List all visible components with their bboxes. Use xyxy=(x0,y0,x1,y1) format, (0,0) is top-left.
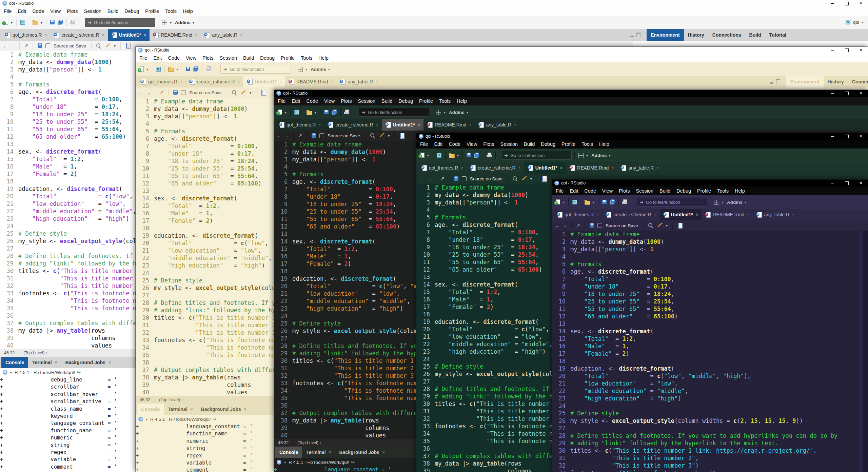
code-line-24[interactable]: 24 xyxy=(552,402,868,410)
print-button[interactable] xyxy=(70,19,76,26)
tab-close-icon[interactable]: × xyxy=(331,79,333,84)
tab-close-icon[interactable]: × xyxy=(108,360,111,365)
code-line-1[interactable]: 1# Example data frame xyxy=(552,231,868,238)
code-line-30[interactable]: 30titles <- c("This is title number 1 li… xyxy=(552,447,868,454)
menu-file[interactable]: File xyxy=(1,7,15,16)
source-on-save-checkbox[interactable] xyxy=(181,90,186,95)
new-project-button[interactable] xyxy=(293,109,300,116)
menu-tools[interactable]: Tools xyxy=(162,7,180,16)
back-icon[interactable]: ← xyxy=(138,90,144,96)
back-icon[interactable]: ← xyxy=(555,223,560,229)
code-line-28[interactable]: 28# Define titles and footnotes. If you … xyxy=(552,432,868,439)
forward-icon[interactable]: → xyxy=(284,133,290,139)
new-file-dropdown-icon[interactable]: ▾ xyxy=(562,200,566,204)
code-editor[interactable]: 1# Example data frame2my_data <- dummy_d… xyxy=(552,231,868,472)
new-file-dropdown-icon[interactable]: ▾ xyxy=(145,67,149,71)
tab-untitled1-[interactable]: Untitled1*× xyxy=(382,119,423,131)
tab-create-rstheme-r[interactable]: create_rstheme.R× xyxy=(602,209,659,220)
code-tools-icon[interactable] xyxy=(240,89,246,96)
tab-close-icon[interactable]: × xyxy=(747,212,749,217)
print-button[interactable] xyxy=(205,65,212,73)
forward-icon[interactable]: → xyxy=(10,43,16,49)
save-button[interactable] xyxy=(185,65,192,73)
minimize-button[interactable] xyxy=(825,180,840,186)
goto-file-function-box[interactable]: ➜Go to file/function xyxy=(85,18,155,27)
console-tab-console[interactable]: Console xyxy=(137,404,164,415)
maximize-button[interactable] xyxy=(840,180,854,186)
menu-session[interactable]: Session xyxy=(216,54,240,62)
code-line-23[interactable]: 23 "high education" = "high") xyxy=(552,395,868,402)
tab-close-icon[interactable]: × xyxy=(238,79,240,84)
find-replace-icon[interactable] xyxy=(647,222,654,229)
addins-dropdown-icon[interactable]: ▾ xyxy=(608,154,612,157)
project-selector[interactable]: qol▾ xyxy=(845,18,865,26)
goto-file-function-box[interactable]: ➜Go to file/function xyxy=(359,108,429,117)
addins-dropdown-icon[interactable]: ▾ xyxy=(466,111,469,114)
menu-plots[interactable]: Plots xyxy=(338,97,355,105)
menu-session[interactable]: Session xyxy=(497,140,521,149)
code-line-27[interactable]: 27 xyxy=(552,425,868,432)
new-file-button[interactable] xyxy=(138,65,144,73)
compile-report-icon[interactable] xyxy=(541,175,548,182)
tab-create-rstheme-r[interactable]: create_rstheme.R× xyxy=(324,119,381,131)
new-project-button[interactable] xyxy=(155,65,162,73)
new-project-button[interactable] xyxy=(436,152,442,159)
menu-help[interactable]: Help xyxy=(180,7,196,16)
tab-untitled1-[interactable]: Untitled1*× xyxy=(660,209,702,220)
menu-view[interactable]: View xyxy=(599,186,616,195)
menu-code[interactable]: Code xyxy=(29,7,47,16)
scope-selector[interactable]: (Top Level) ↕ xyxy=(297,440,321,445)
addins-button[interactable]: Addins xyxy=(727,200,743,205)
open-recent-dropdown-icon[interactable]: ▾ xyxy=(175,67,179,71)
code-tools-dropdown-icon[interactable]: ▾ xyxy=(249,91,252,95)
back-icon[interactable]: ← xyxy=(277,133,282,139)
minimize-button[interactable] xyxy=(825,0,840,7)
menu-code[interactable]: Code xyxy=(303,97,321,105)
goto-file-function-box[interactable]: ➜Go to file/function xyxy=(220,65,291,74)
menu-debug[interactable]: Debug xyxy=(673,186,694,195)
compile-report-icon[interactable] xyxy=(676,222,683,229)
code-tools-dropdown-icon[interactable]: ▾ xyxy=(529,177,533,181)
close-button[interactable]: ✕ xyxy=(854,0,868,7)
tab-close-icon[interactable]: × xyxy=(461,165,463,170)
popout-icon[interactable]: ↗ xyxy=(23,43,29,49)
pane-layout-button[interactable] xyxy=(577,152,584,159)
tab-create-rstheme-r[interactable]: create_rstheme.R× xyxy=(186,76,243,87)
code-line-7[interactable]: 7 "Total" = 0:100, xyxy=(552,275,868,283)
tab-untitled1-[interactable]: Untitled1*× xyxy=(243,76,285,87)
open-recent-dropdown-icon[interactable]: ▾ xyxy=(592,200,595,204)
pane-layout-button[interactable] xyxy=(297,65,303,73)
menu-plots[interactable]: Plots xyxy=(64,7,81,16)
new-file-button[interactable] xyxy=(276,109,283,116)
menu-session[interactable]: Session xyxy=(81,7,104,16)
code-line-21[interactable]: 21 "low education" = "low", xyxy=(552,380,868,387)
tab-close-icon[interactable]: × xyxy=(180,79,182,84)
minimize-button[interactable] xyxy=(825,90,840,97)
compile-report-icon[interactable] xyxy=(260,89,267,96)
menu-help[interactable]: Help xyxy=(596,140,612,149)
code-line-26[interactable]: 26my_style <- excel_output_style(column_… xyxy=(552,417,868,425)
addins-dropdown-icon[interactable]: ▾ xyxy=(744,200,747,204)
console-tab-console[interactable]: Console xyxy=(275,447,302,458)
tab-close-icon[interactable]: × xyxy=(418,122,420,127)
menu-file[interactable]: File xyxy=(275,97,289,105)
scope-selector[interactable]: (Top Level) ↕ xyxy=(23,351,47,355)
close-button[interactable]: ✕ xyxy=(854,90,868,97)
env-tab-tutorial[interactable]: Tutorial xyxy=(765,29,790,41)
code-line-10[interactable]: 10 "25 to under 55" = 25:54, xyxy=(552,298,868,305)
minimize-button[interactable] xyxy=(825,47,840,54)
save-button[interactable] xyxy=(453,175,460,182)
code-line-6[interactable]: 6age. <- discrete_format( xyxy=(552,268,868,275)
menu-profile[interactable]: Profile xyxy=(278,54,298,62)
tab-readme-rmd[interactable]: README.Rmd× xyxy=(150,29,201,41)
tab-readme-rmd[interactable]: README.Rmd× xyxy=(423,119,475,131)
code-line-33[interactable]: 33footnotes <- c("This is footnote numbe… xyxy=(552,469,868,472)
code-tools-icon[interactable] xyxy=(520,175,527,182)
save-all-button[interactable] xyxy=(331,109,338,116)
tab-qol-themes-r[interactable]: qol_themes.R× xyxy=(137,76,186,87)
addins-button[interactable]: Addins xyxy=(175,20,191,25)
menu-debug[interactable]: Debug xyxy=(538,140,558,149)
code-line-32[interactable]: 32 "This is title number 3") xyxy=(552,462,868,469)
menu-file[interactable]: File xyxy=(553,186,567,195)
tab-readme-rmd[interactable]: README.Rmd× xyxy=(566,162,617,174)
